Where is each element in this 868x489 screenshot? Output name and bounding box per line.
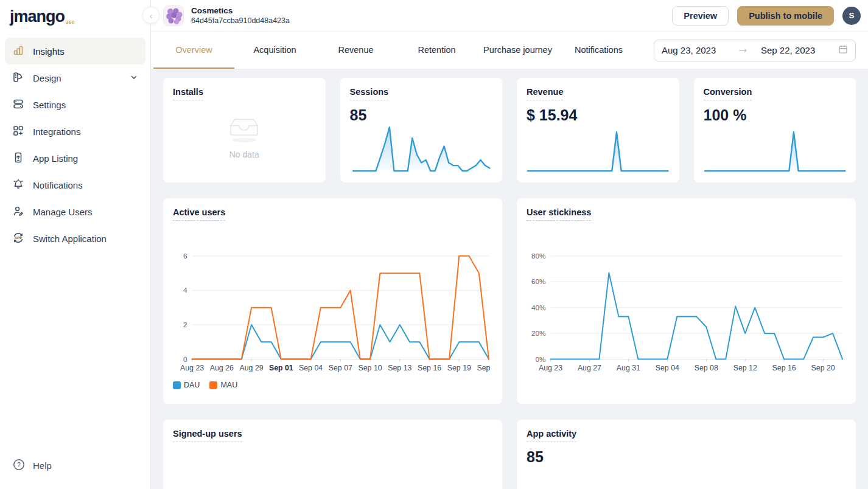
- sidebar-item-app-listing[interactable]: App Listing: [5, 145, 145, 172]
- svg-text:Sep 04: Sep 04: [299, 364, 323, 372]
- svg-text:0: 0: [183, 355, 187, 364]
- svg-text:60%: 60%: [531, 277, 546, 286]
- active-users-chart: 0246Aug 23Aug 26Aug 29Sep 01Sep 04Sep 07…: [173, 249, 492, 376]
- svg-text:Sep 04: Sep 04: [656, 364, 679, 372]
- sidebar-collapse-button[interactable]: ‹: [142, 7, 159, 24]
- svg-text:Sep 16: Sep 16: [418, 364, 441, 372]
- revenue-title: Revenue: [527, 88, 563, 100]
- svg-text:Sep 13: Sep 13: [388, 364, 411, 372]
- installs-title: Installs: [173, 88, 203, 100]
- empty-box-icon: [226, 114, 262, 146]
- date-range-picker[interactable]: Aug 23, 2023 Sep 22, 2023: [654, 40, 856, 61]
- user-stickiness-title: User stickiness: [527, 208, 591, 221]
- app-activity-card: App activity 85 Sun: [517, 420, 856, 489]
- app-name: Cosmetics: [191, 6, 290, 16]
- tab-overview[interactable]: Overview: [153, 32, 234, 69]
- sessions-value: 85: [350, 106, 493, 124]
- active-users-legend: DAU MAU: [173, 381, 492, 389]
- dau-label: DAU: [184, 381, 200, 389]
- sessions-sparkline: [350, 124, 493, 173]
- svg-text:Sep 08: Sep 08: [695, 364, 718, 372]
- arrow-right-icon: [739, 45, 747, 55]
- question-circle-icon: ?: [12, 458, 26, 473]
- help-button[interactable]: ? Help: [0, 458, 150, 489]
- revenue-value: $ 15.94: [527, 106, 670, 124]
- grid-plus-icon: [12, 125, 24, 139]
- svg-text:Sep 07: Sep 07: [329, 364, 352, 372]
- svg-text:Sep 22: Sep 22: [477, 364, 492, 372]
- sidebar-item-design[interactable]: Design: [5, 64, 145, 91]
- legend-item-dau[interactable]: DAU: [173, 381, 200, 389]
- overview-content: Installs No data Sessions 85 Revenue $ 1…: [151, 69, 868, 489]
- tab-purchase-journey[interactable]: Purchase journey: [477, 32, 558, 69]
- bar-chart-icon: [12, 44, 24, 58]
- svg-text:Sep 01: Sep 01: [269, 364, 293, 372]
- svg-text:Sep 10: Sep 10: [359, 364, 382, 372]
- date-range-start[interactable]: Aug 23, 2023: [662, 45, 734, 55]
- sidebar-item-label: App Listing: [33, 153, 78, 164]
- svg-text:20%: 20%: [531, 329, 546, 338]
- svg-text:Aug 23: Aug 23: [180, 364, 204, 372]
- sidebar-item-switch-application[interactable]: APP Switch Application: [5, 225, 145, 252]
- svg-text:APP: APP: [15, 236, 22, 240]
- app-id: 64d45fa7ccba910dd48a423a: [191, 16, 290, 26]
- sidebar-item-label: Notifications: [33, 180, 83, 190]
- sidebar-nav: Insights Design Settings Integrations: [0, 38, 150, 458]
- svg-text:Aug 27: Aug 27: [578, 364, 601, 372]
- sidebar-item-label: Settings: [33, 100, 66, 110]
- svg-text:2: 2: [183, 321, 187, 329]
- dau-swatch: [173, 381, 181, 389]
- signed-up-users-title: Signed-up users: [173, 429, 242, 442]
- brand-logo: jmango 360: [0, 0, 150, 32]
- publish-to-mobile-button[interactable]: Publish to mobile: [737, 6, 834, 26]
- svg-text:Aug 29: Aug 29: [240, 364, 264, 372]
- svg-text:Sep 12: Sep 12: [733, 364, 757, 372]
- svg-text:Sep 19: Sep 19: [447, 364, 471, 372]
- tab-revenue[interactable]: Revenue: [315, 32, 396, 69]
- preview-button[interactable]: Preview: [672, 6, 729, 26]
- sidebar-item-label: Insights: [33, 46, 65, 57]
- svg-text:6: 6: [183, 252, 187, 260]
- tab-retention[interactable]: Retention: [396, 32, 477, 69]
- sidebar-item-label: Integrations: [33, 127, 80, 137]
- sidebar-item-label: Design: [33, 73, 61, 83]
- brand-logo-text: jmango: [10, 7, 65, 26]
- brand-logo-360: 360: [66, 19, 75, 25]
- svg-text:Aug 26: Aug 26: [210, 364, 234, 372]
- user-edit-icon: [12, 205, 24, 219]
- sidebar-item-notifications[interactable]: Notifications: [5, 172, 145, 198]
- installs-card: Installs No data: [163, 78, 326, 182]
- active-users-card: Active users 0246Aug 23Aug 26Aug 29Sep 0…: [163, 198, 502, 404]
- svg-text:0%: 0%: [535, 355, 546, 364]
- tab-notifications[interactable]: Notifications: [558, 32, 639, 69]
- calendar-icon: [838, 44, 848, 56]
- sidebar-item-label: Manage Users: [33, 207, 93, 217]
- legend-item-mau[interactable]: MAU: [209, 381, 237, 389]
- sidebar-item-manage-users[interactable]: Manage Users: [5, 198, 145, 225]
- revenue-card: Revenue $ 15.94: [517, 78, 679, 182]
- chevron-left-icon: ‹: [150, 10, 153, 21]
- svg-text:Sep 20: Sep 20: [811, 364, 835, 372]
- toggles-icon: [12, 98, 24, 112]
- svg-text:Sep 16: Sep 16: [772, 364, 796, 372]
- svg-text:Aug 23: Aug 23: [539, 364, 562, 372]
- conversion-sparkline: [704, 129, 847, 173]
- svg-text:40%: 40%: [531, 303, 546, 312]
- app-activity-value: 85: [527, 448, 846, 466]
- help-label: Help: [33, 460, 52, 471]
- user-avatar[interactable]: S: [842, 7, 861, 25]
- app-switch-icon: APP: [12, 232, 24, 246]
- sessions-card: Sessions 85: [340, 78, 503, 182]
- svg-text:80%: 80%: [531, 252, 546, 260]
- sidebar-item-insights[interactable]: Insights: [5, 38, 145, 64]
- phone-upload-icon: [12, 151, 24, 165]
- tab-acquisition[interactable]: Acquisition: [234, 32, 315, 69]
- app-activity-chart: Sun: [527, 487, 846, 489]
- svg-text:?: ?: [17, 461, 21, 468]
- mau-label: MAU: [220, 381, 237, 389]
- sidebar-item-settings[interactable]: Settings: [5, 91, 145, 118]
- date-range-end[interactable]: Sep 22, 2023: [752, 45, 833, 55]
- sidebar-item-integrations[interactable]: Integrations: [5, 118, 145, 145]
- design-swatch-icon: [12, 71, 24, 85]
- svg-text:Aug 31: Aug 31: [617, 364, 640, 372]
